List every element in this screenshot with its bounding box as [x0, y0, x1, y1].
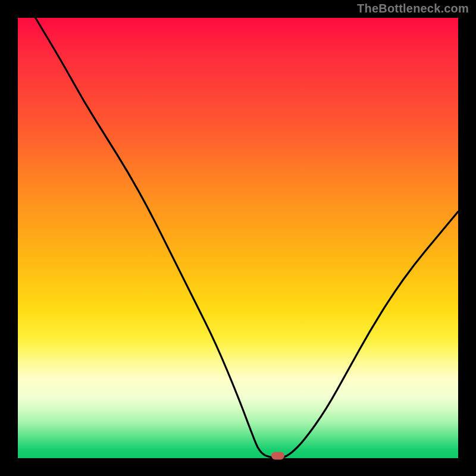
bottleneck-curve: [18, 18, 458, 458]
attribution-label: TheBottleneck.com: [357, 2, 469, 15]
plot-area: [18, 18, 458, 458]
minimum-marker: [271, 452, 284, 460]
chart-frame: TheBottleneck.com: [0, 0, 476, 476]
